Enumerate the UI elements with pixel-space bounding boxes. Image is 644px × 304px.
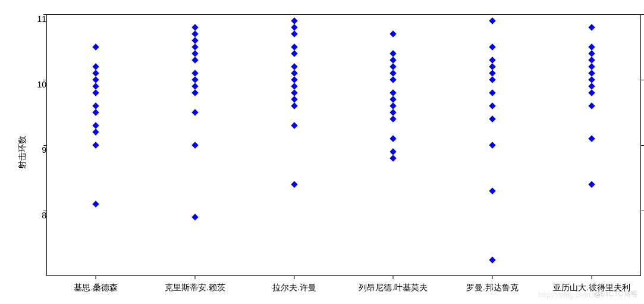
x-tick-mark [294,276,294,279]
y-tick-label: 8 [23,211,46,211]
plot-area [46,14,641,276]
y-tick-mark [641,145,644,146]
y-tick-mark [43,80,46,80]
y-axis-label: 射击环数 [17,136,28,169]
y-tick-mark [43,14,46,15]
x-tick-mark [492,276,493,279]
x-tick-mark [195,276,196,279]
y-tick-label: 9 [23,145,46,146]
x-tick-label: 克里斯蒂安.赖茨 [165,283,225,293]
x-tick-mark [591,276,592,279]
x-tick-label: 列昂尼德.叶基莫夫 [359,283,428,293]
x-tick-label: 罗曼.邦达鲁克 [466,283,519,293]
y-tick-mark [43,211,46,211]
y-tick-label: 11 [23,14,46,15]
x-tick-mark [96,276,96,279]
y-tick-mark [641,14,644,15]
y-tick-label: 10 [23,80,46,80]
y-tick-mark [43,145,46,146]
y-tick-mark [641,211,644,211]
x-tick-mark [393,276,394,279]
x-tick-label: 基思.桑德森 [74,283,118,293]
x-tick-label: 亚历山大.彼得里夫利 [553,283,630,293]
x-tick-label: 拉尔夫.许曼 [272,283,316,293]
y-tick-mark [641,80,644,80]
